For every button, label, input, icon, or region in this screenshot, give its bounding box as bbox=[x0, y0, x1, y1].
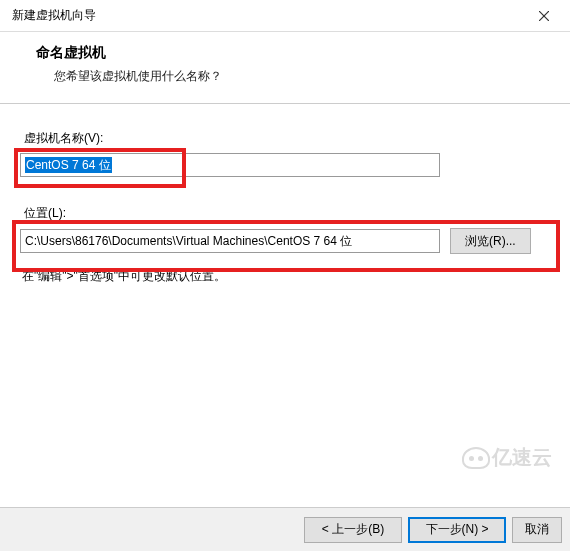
close-button[interactable] bbox=[524, 2, 564, 30]
hint-text: 在"编辑">"首选项"中可更改默认位置。 bbox=[22, 268, 550, 285]
vm-name-input[interactable] bbox=[20, 153, 440, 177]
back-button[interactable]: < 上一步(B) bbox=[304, 517, 402, 543]
wizard-content: 虚拟机名称(V): CentOS 7 64 位 位置(L): 浏览(R)... … bbox=[0, 104, 570, 295]
next-button[interactable]: 下一步(N) > bbox=[408, 517, 506, 543]
browse-button[interactable]: 浏览(R)... bbox=[450, 228, 531, 254]
wizard-header: 命名虚拟机 您希望该虚拟机使用什么名称？ bbox=[0, 32, 570, 104]
location-label: 位置(L): bbox=[24, 205, 550, 222]
close-icon bbox=[539, 11, 549, 21]
window-title: 新建虚拟机向导 bbox=[12, 7, 96, 24]
vm-name-label: 虚拟机名称(V): bbox=[24, 130, 550, 147]
location-input[interactable] bbox=[20, 229, 440, 253]
titlebar: 新建虚拟机向导 bbox=[0, 0, 570, 32]
page-title: 命名虚拟机 bbox=[36, 44, 550, 62]
watermark: 亿速云 bbox=[462, 444, 552, 471]
page-subtitle: 您希望该虚拟机使用什么名称？ bbox=[36, 68, 550, 85]
wizard-footer: < 上一步(B) 下一步(N) > 取消 bbox=[0, 507, 570, 551]
cancel-button[interactable]: 取消 bbox=[512, 517, 562, 543]
watermark-text: 亿速云 bbox=[492, 444, 552, 471]
watermark-icon bbox=[462, 447, 490, 469]
